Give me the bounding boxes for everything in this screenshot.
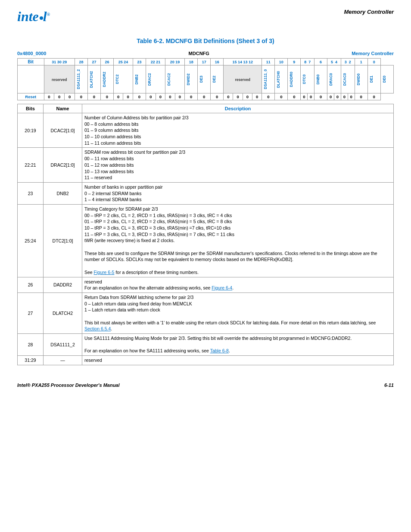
reset-5: 0 bbox=[327, 93, 334, 100]
bit-num-11: 11 bbox=[262, 59, 275, 65]
reset-23: 0 bbox=[133, 93, 146, 100]
register-info: 0x4800_0000 MDCNFG Memory Controller bbox=[17, 51, 394, 56]
table-row: 27 DLATCH2 Return Data from SDRAM latchi… bbox=[18, 292, 394, 333]
footer-right: 6-11 bbox=[384, 383, 394, 388]
reset-row: Reset 0 0 0 0 0 0 0 0 0 0 0 0 bbox=[18, 93, 394, 100]
bit-num-27: 27 bbox=[87, 59, 100, 65]
field-dsa1111-0: DSA1111_0 bbox=[262, 65, 275, 93]
field-name: DSA1111_2 bbox=[44, 334, 82, 356]
bit-num-3-2: 3 2 bbox=[341, 59, 355, 65]
bit-num-31-29: 31 30 29 bbox=[44, 59, 75, 65]
field-name: DTC2[1:0] bbox=[44, 204, 82, 277]
bit-num-25-24: 25 24 bbox=[113, 59, 133, 65]
reset-10: 0 bbox=[275, 93, 288, 100]
footer-left: Intel® PXA255 Processor Developer's Manu… bbox=[17, 383, 120, 388]
bit-definition-table: Bit 31 30 29 28 27 26 25 24 23 22 21 20 … bbox=[17, 58, 394, 100]
bits-value: 20:19 bbox=[18, 113, 44, 148]
field-de1: DE1 bbox=[367, 65, 380, 93]
register-address: 0x4800_0000 bbox=[17, 51, 46, 56]
intel-logo: intel® bbox=[17, 9, 50, 25]
table-row: 28 DSA1111_2 Use SA1111 Addressing Muxin… bbox=[18, 334, 394, 356]
bits-value: 23 bbox=[18, 182, 44, 204]
page-header: intel® Memory Controller bbox=[17, 9, 394, 25]
reset-9: 0 bbox=[288, 93, 301, 100]
reset-20: 0 bbox=[165, 93, 175, 100]
field-drac2: DRAC2 bbox=[146, 65, 165, 93]
bit-num-20-19: 20 19 bbox=[165, 59, 185, 65]
bit-fields-row: reserved DSA1111_2 DLATCH2 DADDR2 DTC2 D… bbox=[18, 65, 394, 93]
bit-num-5-4: 5 4 bbox=[327, 59, 341, 65]
bit-num-1: 1 bbox=[355, 59, 367, 65]
reset-25: 0 bbox=[113, 93, 123, 100]
field-description: Number of banks in upper partition pair … bbox=[82, 182, 394, 204]
reset-18: 0 bbox=[185, 93, 198, 100]
bit-num-0: 0 bbox=[367, 59, 380, 65]
bits-value: 28 bbox=[18, 334, 44, 356]
table-row: 26 DADDR2 reserved For an explanation on… bbox=[18, 277, 394, 292]
field-name: DLATCH2 bbox=[44, 292, 82, 333]
reset-31: 0 bbox=[44, 93, 54, 100]
bit-num-9: 9 bbox=[288, 59, 301, 65]
field-drac0: DRAC0 bbox=[327, 65, 341, 93]
field-name: DCAC2[1:0] bbox=[44, 113, 82, 148]
reset-label: Reset bbox=[18, 93, 44, 100]
reset-27: 0 bbox=[87, 93, 100, 100]
reserved-15-12: reserved bbox=[224, 65, 262, 93]
field-dnb2: DNB2 bbox=[133, 65, 146, 93]
bit-num-28: 28 bbox=[75, 59, 87, 65]
field-name: DADDR2 bbox=[44, 277, 82, 292]
register-name: MDCNFG bbox=[189, 51, 209, 56]
bit-num-16: 16 bbox=[211, 59, 224, 65]
bit-num-10: 10 bbox=[275, 59, 288, 65]
reset-16: 0 bbox=[211, 93, 224, 100]
name-header: Name bbox=[44, 104, 82, 113]
field-de0: DE0 bbox=[380, 65, 393, 93]
bits-value: 27 bbox=[18, 292, 44, 333]
table-row: 20:19 DCAC2[1:0] Number of Column Addres… bbox=[18, 113, 394, 148]
bits-header: Bits bbox=[18, 104, 44, 113]
reset-26: 0 bbox=[100, 93, 113, 100]
reset-24: 0 bbox=[123, 93, 133, 100]
bit-num-15-12: 15 14 13 12 bbox=[224, 59, 262, 65]
reset-7: 0 bbox=[308, 93, 314, 100]
field-dsa1111-2: DSA1111_2 bbox=[75, 65, 87, 93]
reset-6: 0 bbox=[314, 93, 327, 100]
bit-num-23: 23 bbox=[133, 59, 146, 65]
reset-19: 0 bbox=[175, 93, 185, 100]
page-section-title: Memory Controller bbox=[344, 9, 394, 15]
reset-17: 0 bbox=[198, 93, 211, 100]
reset-28: 0 bbox=[75, 93, 87, 100]
field-description: Use SA1111 Addressing Muxing Mode for pa… bbox=[82, 334, 394, 356]
field-dtc0: DTC0 bbox=[301, 65, 314, 93]
table-title: Table 6-2. MDCNFG Bit Definitions (Sheet… bbox=[17, 37, 394, 44]
field-description: Number of Column Address bits for partit… bbox=[82, 113, 394, 148]
field-description: reserved For an explanation on how the a… bbox=[82, 277, 394, 292]
field-name: DNB2 bbox=[44, 182, 82, 204]
field-name: DRAC2[1:0] bbox=[44, 148, 82, 182]
field-dwid2: DWID2 bbox=[185, 65, 198, 93]
bit-num-6: 6 bbox=[314, 59, 327, 65]
table-row: 25:24 DTC2[1:0] Timing Category for SDRA… bbox=[18, 204, 394, 277]
field-dwid0: DWID0 bbox=[355, 65, 367, 93]
table-row: 23 DNB2 Number of banks in upper partiti… bbox=[18, 182, 394, 204]
bit-label: Bit bbox=[18, 59, 44, 65]
bit-num-17: 17 bbox=[198, 59, 211, 65]
field-dlatch2: DLATCH2 bbox=[87, 65, 100, 93]
table-row: 22:21 DRAC2[1:0] SDRAM row address bit c… bbox=[18, 148, 394, 182]
field-name: — bbox=[44, 356, 82, 365]
reset-30: 0 bbox=[54, 93, 65, 100]
reset-11: 0 bbox=[262, 93, 275, 100]
reset-2: 0 bbox=[348, 93, 355, 100]
bits-value: 26 bbox=[18, 277, 44, 292]
desc-header: Description bbox=[82, 104, 394, 113]
field-dcac0: DCAC0 bbox=[341, 65, 355, 93]
reset-29: 0 bbox=[65, 93, 75, 100]
bit-num-26: 26 bbox=[100, 59, 113, 65]
field-description: Timing Category for SDRAM pair 2/3 00 – … bbox=[82, 204, 394, 277]
reset-1: 0 bbox=[355, 93, 367, 100]
field-dnb0: DNB0 bbox=[314, 65, 327, 93]
field-de3: DE3 bbox=[198, 65, 211, 93]
page-footer: Intel® PXA255 Processor Developer's Manu… bbox=[17, 383, 394, 388]
reset-14: 0 bbox=[233, 93, 243, 100]
field-description: SDRAM row address bit count for partitio… bbox=[82, 148, 394, 182]
